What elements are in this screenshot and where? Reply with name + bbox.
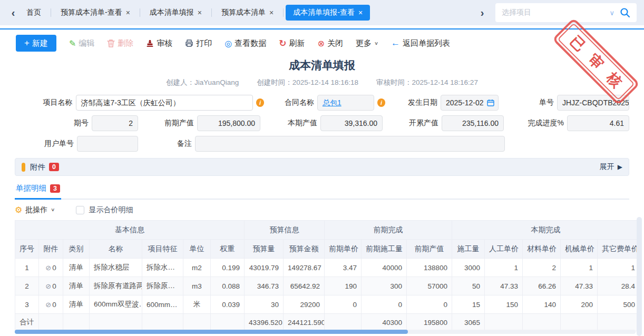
table-row[interactable]: 3⊘0清单600mm双壁波…600mm…米0.03930292000001515… [15,295,640,314]
col-header[interactable]: 施工量 [452,240,485,259]
col-header[interactable]: 预算金额 [284,240,325,259]
tabs-scroll-right-icon[interactable]: › [476,7,488,19]
table-cell[interactable]: 2 [523,259,561,277]
print-button[interactable]: 打印 [185,38,212,48]
more-button[interactable]: 更多 ∨ [356,38,378,48]
table-cell[interactable]: 50 [452,277,485,295]
edit-button[interactable]: ✎ 编辑 [69,38,94,48]
table-cell[interactable]: 0 [325,295,362,314]
refresh-button[interactable]: ↻ 刷新 [279,38,305,49]
table-cell[interactable]: 0.088 [211,277,245,295]
col-header[interactable]: 权重 [211,240,245,259]
table-cell[interactable]: 28.4 [598,277,640,295]
table-cell[interactable]: 600mm双壁波… [90,295,142,314]
new-button[interactable]: + 新建 [16,35,56,52]
table-cell[interactable]: 3.47 [325,259,362,277]
table-cell[interactable]: 清单 [63,295,90,314]
col-header[interactable]: 机械单价 [561,240,598,259]
col-header[interactable]: 项目特征 [142,240,183,259]
cumulative-output-input[interactable]: 235,116.00 [442,115,504,131]
col-header[interactable]: 单位 [183,240,211,259]
table-cell[interactable]: 0 [407,295,452,314]
table-cell[interactable]: 346.73 [245,277,284,295]
table-cell[interactable]: 3 [15,295,39,314]
table-cell[interactable]: 43019.79 [245,259,284,277]
table-cell[interactable]: 66.26 [523,277,561,295]
table-cell[interactable]: 1 [598,259,640,277]
table-row[interactable]: 2⊘0清单拆除原有道路两…拆除原…m30.088346.7365642.9219… [15,277,640,295]
tab-home[interactable]: 首页 [19,5,48,21]
info-icon[interactable]: i [256,98,265,107]
table-cell[interactable]: 600mm… [142,295,183,314]
table-cell[interactable]: 150 [485,295,523,314]
tabs-scroll-left-icon[interactable]: ‹ [7,7,19,19]
table-cell[interactable]: 1 [561,259,598,277]
remark-input[interactable] [195,136,505,152]
table-cell[interactable]: 47.33 [561,277,598,295]
table-cell[interactable]: 40000 [362,259,407,277]
tab-budget-cost-list-view[interactable]: 预算成本清单-查看 × [53,5,138,21]
view-data-button[interactable]: ◎ 查看数据 [225,38,266,48]
table-cell[interactable]: 0.039 [211,295,245,314]
tab-budget-cost-list[interactable]: 预算成本清单 × [214,5,281,21]
tab-cost-list-fill[interactable]: 成本清单填报 × [142,5,209,21]
table-cell[interactable]: 29200 [284,295,325,314]
prev-output-input[interactable]: 195,800.00 [197,115,260,131]
user-doc-no-input[interactable] [77,136,138,152]
col-header[interactable]: 附件 [39,240,63,259]
delete-button[interactable]: 删除 [107,38,133,48]
table-cell[interactable]: 15 [452,295,485,314]
table-cell[interactable]: 190 [325,277,362,295]
table-cell[interactable]: 138800 [407,259,452,277]
table-cell[interactable]: 1 [15,259,39,277]
tab-close-icon[interactable]: × [198,8,202,17]
table-cell[interactable]: m3 [183,277,211,295]
table-cell[interactable]: 拆除水稳层 [90,259,142,277]
table-cell[interactable]: 清单 [63,277,90,295]
project-name-input[interactable]: 济邹高速7-3工区（庆虹公司） [76,95,253,111]
col-header[interactable]: 前期单价 [325,240,362,259]
progress-input[interactable]: 4.61 [567,115,629,131]
close-button[interactable]: ⊗ 关闭 [318,38,343,48]
attachment-cell[interactable]: ⊘0 [39,277,63,295]
calendar-icon[interactable] [487,99,494,106]
horizontal-scrollbar-track[interactable] [15,330,636,334]
table-cell[interactable]: 清单 [63,259,90,277]
table-row[interactable]: 1⊘0清单拆除水稳层拆除水…m20.19943019.79149278.673.… [15,259,640,277]
attachment-cell[interactable]: ⊘0 [39,259,63,277]
table-cell[interactable]: 65642.92 [284,277,325,295]
vertical-scrollbar[interactable] [637,217,642,336]
date-input[interactable]: 2025-12-02 [441,95,499,111]
table-cell[interactable]: 米 [183,295,211,314]
tab-close-icon[interactable]: × [358,8,363,17]
col-header[interactable]: 其它费单价 [598,240,640,259]
search-icon[interactable] [620,7,630,18]
table-cell[interactable]: 500 [598,295,640,314]
table-cell[interactable]: 300 [362,277,407,295]
table-cell[interactable]: 0 [362,295,407,314]
tab-close-icon[interactable]: × [126,8,130,17]
tab-close-icon[interactable]: × [269,8,274,17]
table-cell[interactable]: 140 [523,295,561,314]
table-cell[interactable]: 拆除水… [142,259,183,277]
table-cell[interactable]: 拆除原… [142,277,183,295]
table-cell[interactable]: 57000 [407,277,452,295]
audit-button[interactable]: 审核 [146,38,172,48]
table-cell[interactable]: m2 [183,259,211,277]
attachment-bar[interactable]: 附件 0 展开 ▶ [15,158,629,176]
current-output-input[interactable]: 39,316.00 [320,115,383,131]
col-header[interactable]: 序号 [15,240,39,259]
col-header[interactable]: 人工单价 [485,240,523,259]
col-header[interactable]: 预算量 [245,240,284,259]
checkbox[interactable] [76,206,84,214]
table-cell[interactable]: 149278.67 [284,259,325,277]
chevron-down-icon[interactable]: ∨ [609,9,614,17]
col-header[interactable]: 类别 [63,240,90,259]
table-cell[interactable]: 0.199 [211,259,245,277]
show-subtotal-toggle[interactable]: 显示合价明细 [76,205,133,215]
batch-ops-button[interactable]: ⚙ 批操作 ∨ [15,205,55,215]
col-header[interactable]: 名称 [90,240,142,259]
period-input[interactable]: 2 [92,115,138,131]
expand-button[interactable]: 展开 ▶ [600,162,622,172]
back-to-list-button[interactable]: ← 返回单据列表 [391,38,450,48]
